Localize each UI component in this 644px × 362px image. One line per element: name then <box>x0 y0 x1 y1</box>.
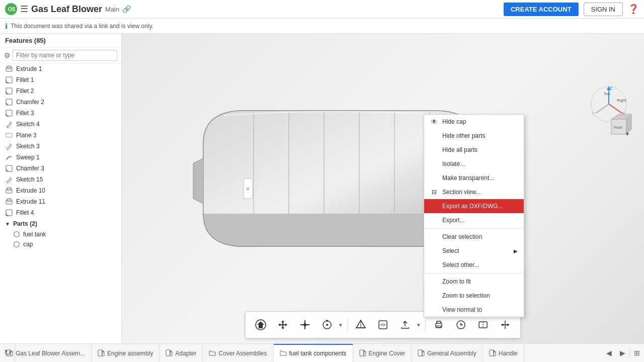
tab-general-assembly[interactable]: General Assembly <box>412 344 482 362</box>
toolbar-sep-1 <box>347 317 348 332</box>
filter-area: ⚙ <box>0 48 121 63</box>
info-message: This document was shared via a link and … <box>11 23 153 30</box>
feature-item[interactable]: Fillet 2 <box>0 85 121 97</box>
filter-input[interactable] <box>13 50 117 61</box>
parts-section-header[interactable]: ▼Parts (2) <box>0 218 121 229</box>
app-title: Gas Leaf Blower <box>31 4 102 15</box>
link-icon[interactable]: 🔗 <box>122 5 131 13</box>
ctx-select-other[interactable]: Select other... <box>424 258 524 272</box>
svg-text:Front: Front <box>614 126 622 129</box>
feature-item[interactable]: Extrude 11 <box>0 196 121 207</box>
tab-icon <box>489 349 496 358</box>
ctx-transparent[interactable]: Make transparent... <box>424 171 524 185</box>
ctx-hide-all[interactable]: Hide all parts <box>424 143 524 157</box>
ctx-export[interactable]: Export... <box>424 213 524 227</box>
svg-rect-9 <box>6 133 12 137</box>
tab-next-button[interactable]: ▶ <box>616 349 629 357</box>
ctx-isolate[interactable]: Isolate... <box>424 157 524 171</box>
ctx-clear-selection[interactable]: Clear selection <box>424 230 524 244</box>
context-menu: 👁 Hide cap Hide other parts Hide all par… <box>424 114 524 317</box>
export-dropdown[interactable]: ▼ <box>415 322 422 328</box>
sign-in-button[interactable]: SIGN IN <box>584 3 623 16</box>
feature-item[interactable]: Chamfer 3 <box>0 163 121 174</box>
bottom-tabs: ↻ Gas Leaf Blower Assem...Engine assembl… <box>0 343 644 362</box>
svg-rect-78 <box>490 350 494 356</box>
hamburger-icon[interactable]: ☰ <box>20 4 28 15</box>
svg-text:Y: Y <box>592 111 595 116</box>
feature-item[interactable]: Chamfer 2 <box>0 97 121 108</box>
ctx-hide-cap[interactable]: 👁 Hide cap <box>424 115 524 129</box>
toolbar-sep-2 <box>425 317 426 332</box>
tab-fuel-tank-components[interactable]: fuel tank components <box>274 344 353 362</box>
shading-button[interactable] <box>373 315 393 335</box>
refresh-button[interactable]: ↻ <box>0 343 15 362</box>
rotate-dropdown[interactable]: ▼ <box>337 322 344 328</box>
print-button[interactable] <box>429 315 449 335</box>
measure-button[interactable] <box>451 315 471 335</box>
help-button[interactable]: ❓ <box>628 4 639 15</box>
tab-icon <box>209 349 216 358</box>
filter-icon: ⚙ <box>4 51 11 59</box>
mass-properties-button[interactable] <box>495 315 515 335</box>
svg-text:Top: Top <box>604 92 610 96</box>
feature-item[interactable]: Plane 3 <box>0 130 121 141</box>
feature-item[interactable]: Fillet 1 <box>0 74 121 85</box>
feature-item[interactable]: Sweep 1 <box>0 152 121 163</box>
submenu-arrow-icon: ▶ <box>514 248 518 254</box>
header: OS ☰ Gas Leaf Blower Main 🔗 CREATE ACCOU… <box>0 0 644 19</box>
ctx-zoom-fit[interactable]: Zoom to fit <box>424 275 524 289</box>
export-button[interactable] <box>395 315 415 335</box>
fillet-icon <box>5 87 13 95</box>
ctx-section-view[interactable]: ⊟ Section view... <box>424 185 524 199</box>
tab-prev-button[interactable]: ◀ <box>602 349 616 357</box>
feature-item[interactable]: Fillet 3 <box>0 108 121 119</box>
tab-cover-assemblies[interactable]: Cover Assemblies <box>203 344 273 362</box>
tab-icon <box>280 349 287 358</box>
onshape-logo: OS <box>5 3 17 15</box>
translate-button[interactable] <box>295 315 315 335</box>
svg-text:Z: Z <box>610 86 613 91</box>
home-button[interactable] <box>251 315 271 335</box>
svg-point-61 <box>460 324 461 326</box>
svg-point-66 <box>502 324 504 326</box>
part-item[interactable]: fuel tank <box>0 229 121 239</box>
tab-engine-cover[interactable]: Engine Cover <box>353 344 412 362</box>
svg-rect-74 <box>360 350 364 356</box>
ctx-hide-other[interactable]: Hide other parts <box>424 129 524 143</box>
svg-text:▼: ▼ <box>625 131 630 137</box>
svg-point-67 <box>507 324 509 326</box>
feature-item[interactable]: Fillet 4 <box>0 207 121 218</box>
feature-item[interactable]: Sketch 3 <box>0 141 121 152</box>
mesh-button[interactable] <box>351 315 371 335</box>
part-item[interactable]: cap <box>0 239 121 249</box>
feature-item[interactable]: Extrude 1 <box>0 63 121 74</box>
tab-engine-assembly[interactable]: Engine assembly <box>92 344 159 362</box>
fillet-icon <box>5 76 13 84</box>
viewport[interactable]: ≡ <box>122 34 644 343</box>
part-icon <box>13 241 20 248</box>
tab-adapter[interactable]: Adapter <box>159 344 203 362</box>
sidebar-toggle-button[interactable]: ≡ <box>244 178 253 199</box>
tab-icon <box>166 349 173 358</box>
ctx-select[interactable]: Select ▶ <box>424 244 524 258</box>
info-icon: ℹ <box>5 22 8 30</box>
create-account-button[interactable]: CREATE ACCOUNT <box>504 3 579 16</box>
extrude-icon <box>5 65 13 73</box>
eye-icon: 👁 <box>430 118 438 126</box>
feature-item[interactable]: Extrude 10 <box>0 185 121 196</box>
ctx-view-normal[interactable]: View normal to <box>424 303 524 317</box>
sidebar: Features (85) ⚙ Extrude 1Fillet 1Fillet … <box>0 34 122 343</box>
ctx-export-dxf[interactable]: Export as DXF/DWG... <box>424 199 524 213</box>
svg-rect-76 <box>418 350 422 356</box>
feature-list: Extrude 1Fillet 1Fillet 2Chamfer 2Fillet… <box>0 63 121 343</box>
add-tab-button[interactable]: ⊞ <box>629 349 644 357</box>
feature-item[interactable]: Sketch 15 <box>0 174 121 185</box>
feature-item[interactable]: Sketch 4 <box>0 119 121 130</box>
rotate-button[interactable] <box>317 315 337 335</box>
view-cube[interactable]: Front ▼ <box>609 112 634 138</box>
move-button[interactable] <box>273 315 293 335</box>
section-button[interactable] <box>473 315 493 335</box>
tab-handle[interactable]: Handle <box>483 344 524 362</box>
svg-point-50 <box>326 320 328 322</box>
ctx-zoom-selection[interactable]: Zoom to selection <box>424 289 524 303</box>
